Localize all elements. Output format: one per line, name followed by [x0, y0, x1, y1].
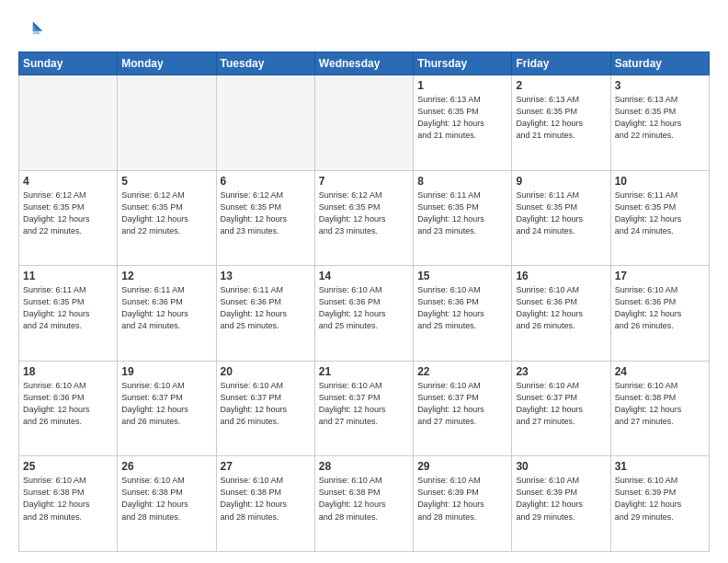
- day-info: Sunrise: 6:10 AM Sunset: 6:37 PM Dayligh…: [417, 380, 507, 428]
- day-info: Sunrise: 6:10 AM Sunset: 6:36 PM Dayligh…: [23, 380, 113, 428]
- day-number: 8: [417, 175, 507, 188]
- day-number: 16: [516, 270, 606, 282]
- calendar-cell: 31Sunrise: 6:10 AM Sunset: 6:39 PM Dayli…: [610, 456, 709, 552]
- calendar-header: SundayMondayTuesdayWednesdayThursdayFrid…: [19, 52, 710, 75]
- day-info: Sunrise: 6:11 AM Sunset: 6:35 PM Dayligh…: [615, 190, 705, 237]
- calendar-cell: 11Sunrise: 6:11 AM Sunset: 6:35 PM Dayli…: [19, 266, 118, 362]
- day-info: Sunrise: 6:10 AM Sunset: 6:38 PM Dayligh…: [221, 475, 311, 523]
- calendar-cell: [19, 75, 118, 171]
- calendar-week-row: 1Sunrise: 6:13 AM Sunset: 6:35 PM Daylig…: [19, 75, 710, 171]
- day-number: 11: [23, 270, 113, 282]
- day-number: 1: [417, 79, 507, 92]
- day-info: Sunrise: 6:12 AM Sunset: 6:35 PM Dayligh…: [23, 190, 113, 237]
- day-number: 12: [121, 270, 211, 282]
- day-number: 22: [417, 365, 507, 378]
- calendar-cell: 13Sunrise: 6:11 AM Sunset: 6:36 PM Dayli…: [216, 266, 314, 362]
- calendar-cell: 18Sunrise: 6:10 AM Sunset: 6:36 PM Dayli…: [19, 361, 118, 456]
- day-info: Sunrise: 6:12 AM Sunset: 6:35 PM Dayligh…: [221, 190, 311, 237]
- day-info: Sunrise: 6:10 AM Sunset: 6:39 PM Dayligh…: [516, 475, 606, 523]
- page: SundayMondayTuesdayWednesdayThursdayFrid…: [0, 0, 728, 563]
- calendar-cell: 24Sunrise: 6:10 AM Sunset: 6:38 PM Dayli…: [610, 361, 709, 456]
- calendar-cell: 5Sunrise: 6:12 AM Sunset: 6:35 PM Daylig…: [118, 170, 216, 266]
- day-number: 24: [615, 365, 705, 378]
- calendar-cell: [314, 75, 413, 171]
- weekday-header: Thursday: [414, 52, 512, 75]
- calendar-cell: 23Sunrise: 6:10 AM Sunset: 6:37 PM Dayli…: [512, 361, 610, 456]
- day-number: 14: [319, 270, 409, 282]
- day-info: Sunrise: 6:10 AM Sunset: 6:38 PM Dayligh…: [121, 475, 211, 523]
- calendar-table: SundayMondayTuesdayWednesdayThursdayFrid…: [18, 52, 710, 552]
- day-info: Sunrise: 6:13 AM Sunset: 6:35 PM Dayligh…: [615, 94, 705, 142]
- day-info: Sunrise: 6:10 AM Sunset: 6:39 PM Dayligh…: [417, 475, 507, 523]
- calendar-cell: 19Sunrise: 6:10 AM Sunset: 6:37 PM Dayli…: [118, 361, 216, 456]
- weekday-header: Monday: [118, 52, 216, 75]
- day-number: 23: [516, 365, 606, 378]
- day-info: Sunrise: 6:12 AM Sunset: 6:35 PM Dayligh…: [319, 190, 409, 237]
- calendar-cell: 9Sunrise: 6:11 AM Sunset: 6:35 PM Daylig…: [512, 170, 610, 266]
- calendar-cell: 25Sunrise: 6:10 AM Sunset: 6:38 PM Dayli…: [19, 456, 118, 552]
- day-info: Sunrise: 6:10 AM Sunset: 6:37 PM Dayligh…: [516, 380, 606, 428]
- day-info: Sunrise: 6:11 AM Sunset: 6:35 PM Dayligh…: [516, 190, 606, 237]
- day-info: Sunrise: 6:10 AM Sunset: 6:37 PM Dayligh…: [121, 380, 211, 428]
- day-info: Sunrise: 6:10 AM Sunset: 6:38 PM Dayligh…: [319, 475, 409, 523]
- day-number: 25: [23, 460, 113, 473]
- calendar-cell: 14Sunrise: 6:10 AM Sunset: 6:36 PM Dayli…: [314, 266, 413, 362]
- day-number: 3: [615, 79, 705, 92]
- calendar-week-row: 4Sunrise: 6:12 AM Sunset: 6:35 PM Daylig…: [19, 170, 710, 266]
- day-number: 30: [516, 460, 606, 473]
- day-info: Sunrise: 6:11 AM Sunset: 6:35 PM Dayligh…: [417, 190, 507, 237]
- calendar-cell: 1Sunrise: 6:13 AM Sunset: 6:35 PM Daylig…: [414, 75, 512, 171]
- calendar-cell: 16Sunrise: 6:10 AM Sunset: 6:36 PM Dayli…: [512, 266, 610, 362]
- calendar-cell: [118, 75, 216, 171]
- day-info: Sunrise: 6:10 AM Sunset: 6:36 PM Dayligh…: [615, 284, 705, 332]
- header: [18, 17, 710, 42]
- day-number: 15: [417, 270, 507, 282]
- weekday-header: Saturday: [610, 52, 709, 75]
- calendar-cell: [216, 75, 314, 171]
- day-info: Sunrise: 6:13 AM Sunset: 6:35 PM Dayligh…: [516, 94, 606, 142]
- day-number: 2: [516, 79, 606, 92]
- day-info: Sunrise: 6:10 AM Sunset: 6:39 PM Dayligh…: [615, 475, 705, 523]
- day-number: 19: [121, 365, 211, 378]
- calendar-cell: 6Sunrise: 6:12 AM Sunset: 6:35 PM Daylig…: [216, 170, 314, 266]
- day-number: 26: [121, 460, 211, 473]
- day-info: Sunrise: 6:10 AM Sunset: 6:36 PM Dayligh…: [417, 284, 507, 332]
- day-info: Sunrise: 6:10 AM Sunset: 6:37 PM Dayligh…: [319, 380, 409, 428]
- calendar-cell: 7Sunrise: 6:12 AM Sunset: 6:35 PM Daylig…: [314, 170, 413, 266]
- day-number: 28: [319, 460, 409, 473]
- calendar-cell: 28Sunrise: 6:10 AM Sunset: 6:38 PM Dayli…: [314, 456, 413, 552]
- day-info: Sunrise: 6:10 AM Sunset: 6:37 PM Dayligh…: [221, 380, 311, 428]
- calendar-cell: 2Sunrise: 6:13 AM Sunset: 6:35 PM Daylig…: [512, 75, 610, 171]
- calendar-cell: 8Sunrise: 6:11 AM Sunset: 6:35 PM Daylig…: [414, 170, 512, 266]
- day-number: 7: [319, 175, 409, 188]
- calendar-cell: 30Sunrise: 6:10 AM Sunset: 6:39 PM Dayli…: [512, 456, 610, 552]
- day-info: Sunrise: 6:11 AM Sunset: 6:36 PM Dayligh…: [221, 284, 311, 332]
- day-number: 27: [221, 460, 311, 473]
- day-number: 31: [615, 460, 705, 473]
- day-info: Sunrise: 6:10 AM Sunset: 6:38 PM Dayligh…: [23, 475, 113, 523]
- day-info: Sunrise: 6:11 AM Sunset: 6:36 PM Dayligh…: [121, 284, 211, 332]
- day-number: 21: [319, 365, 409, 378]
- day-info: Sunrise: 6:11 AM Sunset: 6:35 PM Dayligh…: [23, 284, 113, 332]
- calendar-cell: 10Sunrise: 6:11 AM Sunset: 6:35 PM Dayli…: [610, 170, 709, 266]
- day-number: 20: [221, 365, 311, 378]
- calendar-body: 1Sunrise: 6:13 AM Sunset: 6:35 PM Daylig…: [19, 75, 710, 552]
- calendar-week-row: 25Sunrise: 6:10 AM Sunset: 6:38 PM Dayli…: [19, 456, 710, 552]
- calendar-cell: 29Sunrise: 6:10 AM Sunset: 6:39 PM Dayli…: [414, 456, 512, 552]
- day-info: Sunrise: 6:10 AM Sunset: 6:38 PM Dayligh…: [615, 380, 705, 428]
- logo-icon: [18, 17, 44, 42]
- day-info: Sunrise: 6:12 AM Sunset: 6:35 PM Dayligh…: [121, 190, 211, 237]
- day-number: 10: [615, 175, 705, 188]
- weekday-header: Wednesday: [314, 52, 413, 75]
- calendar-cell: 20Sunrise: 6:10 AM Sunset: 6:37 PM Dayli…: [216, 361, 314, 456]
- calendar-cell: 17Sunrise: 6:10 AM Sunset: 6:36 PM Dayli…: [610, 266, 709, 362]
- day-number: 5: [121, 175, 211, 188]
- day-number: 13: [221, 270, 311, 282]
- day-number: 17: [615, 270, 705, 282]
- day-number: 29: [417, 460, 507, 473]
- calendar-cell: 3Sunrise: 6:13 AM Sunset: 6:35 PM Daylig…: [610, 75, 709, 171]
- weekday-header: Tuesday: [216, 52, 314, 75]
- day-info: Sunrise: 6:10 AM Sunset: 6:36 PM Dayligh…: [319, 284, 409, 332]
- day-number: 4: [23, 175, 113, 188]
- calendar-cell: 21Sunrise: 6:10 AM Sunset: 6:37 PM Dayli…: [314, 361, 413, 456]
